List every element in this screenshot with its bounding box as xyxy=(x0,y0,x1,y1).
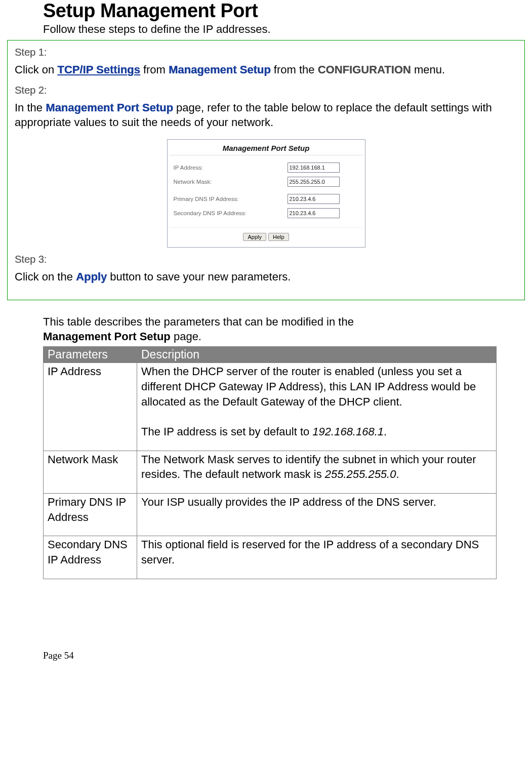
step1-text: Click on TCP/IP Settings from Management… xyxy=(15,62,517,77)
cell-primary-dns: Primary DNS IP Address xyxy=(44,493,137,536)
step1-label: Step 1: xyxy=(15,47,517,58)
help-button[interactable]: Help xyxy=(268,233,289,241)
table-row: IP Address When the DHCP server of the r… xyxy=(44,363,497,451)
intro-end: page. xyxy=(171,330,201,343)
figure-buttons: Apply Help xyxy=(170,227,363,246)
step1-pre: Click on xyxy=(15,63,57,76)
table-row: Secondary DNS IP Address This optional f… xyxy=(44,536,497,579)
step1-mid1: from xyxy=(140,63,169,76)
cell-ip-address: IP Address xyxy=(44,363,137,451)
cell-network-mask: Network Mask xyxy=(44,451,137,493)
intro-bold: Management Port Setup xyxy=(43,330,171,343)
cell-mask-desc: The Network Mask serves to identify the … xyxy=(137,451,497,493)
r1-text-b-pre: The IP address is set by default to xyxy=(141,425,312,438)
r2-pre: The Network Mask serves to identify the … xyxy=(141,453,476,481)
step1-end: menu. xyxy=(411,63,445,76)
intro-pre: This table describes the parameters that… xyxy=(43,315,354,328)
step3-pre: Click on the xyxy=(15,270,76,283)
cell-ip-desc: When the DHCP server of the router is en… xyxy=(137,363,497,451)
tcpip-settings-link: TCP/IP Settings xyxy=(57,63,140,76)
primary-dns-input[interactable] xyxy=(288,194,340,204)
ip-address-label: IP Address: xyxy=(174,165,288,171)
apply-label: Apply xyxy=(76,270,107,283)
table-header-row: Parameters Description xyxy=(44,347,497,363)
cell-primary-dns-desc: Your ISP usually provides the IP address… xyxy=(137,493,497,536)
network-mask-label: Network Mask: xyxy=(174,179,288,185)
network-mask-input[interactable] xyxy=(288,177,340,187)
table-row: Network Mask The Network Mask serves to … xyxy=(44,451,497,493)
step2-pre: In the xyxy=(15,101,46,114)
table-row: Primary DNS IP Address Your ISP usually … xyxy=(44,493,497,536)
management-port-setup-figure: Management Port Setup IP Address: Networ… xyxy=(167,139,365,248)
step2-text: In the Management Port Setup page, refer… xyxy=(15,100,517,130)
table-intro: This table describes the parameters that… xyxy=(43,314,527,344)
secondary-dns-input[interactable] xyxy=(288,208,340,218)
secondary-dns-label: Secondary DNS IP Address: xyxy=(174,210,288,216)
step1-mid2: from the xyxy=(271,63,318,76)
step2-label: Step 2: xyxy=(15,85,517,96)
page-title: Setup Management Port xyxy=(43,0,527,22)
r1-text-b-end: . xyxy=(384,425,387,438)
configuration-menu-label: CONFIGURATION xyxy=(318,63,411,76)
figure-row-dns1: Primary DNS IP Address: xyxy=(174,194,359,204)
r1-default-ip: 192.168.168.1 xyxy=(312,425,384,438)
figure-row-ip: IP Address: xyxy=(174,163,359,173)
management-port-setup-label: Management Port Setup xyxy=(46,101,173,114)
r2-default-mask: 255.255.255.0 xyxy=(325,468,396,480)
step3-label: Step 3: xyxy=(15,254,517,265)
ip-address-input[interactable] xyxy=(288,163,340,173)
th-description: Description xyxy=(137,347,497,363)
step3-end: button to save your new parameters. xyxy=(107,270,291,283)
page-subtitle: Follow these steps to define the IP addr… xyxy=(43,23,527,36)
figure-title: Management Port Setup xyxy=(170,141,363,155)
cell-secondary-dns-desc: This optional field is reserved for the … xyxy=(137,536,497,579)
steps-box: Step 1: Click on TCP/IP Settings from Ma… xyxy=(7,40,525,300)
th-parameters: Parameters xyxy=(44,347,137,363)
r2-end: . xyxy=(396,468,399,480)
figure-row-dns2: Secondary DNS IP Address: xyxy=(174,208,359,218)
r1-text-a: When the DHCP server of the router is en… xyxy=(141,365,476,408)
figure-row-mask: Network Mask: xyxy=(174,177,359,187)
primary-dns-label: Primary DNS IP Address: xyxy=(174,196,288,202)
figure-wrap: Management Port Setup IP Address: Networ… xyxy=(15,139,517,248)
page-number: Page 54 xyxy=(43,650,527,661)
management-setup-label: Management Setup xyxy=(169,63,271,76)
apply-button[interactable]: Apply xyxy=(243,233,266,241)
parameters-table: Parameters Description IP Address When t… xyxy=(43,346,497,579)
cell-secondary-dns: Secondary DNS IP Address xyxy=(44,536,137,579)
figure-body: IP Address: Network Mask: Primary DNS IP… xyxy=(168,155,365,224)
step3-text: Click on the Apply button to save your n… xyxy=(15,269,517,285)
